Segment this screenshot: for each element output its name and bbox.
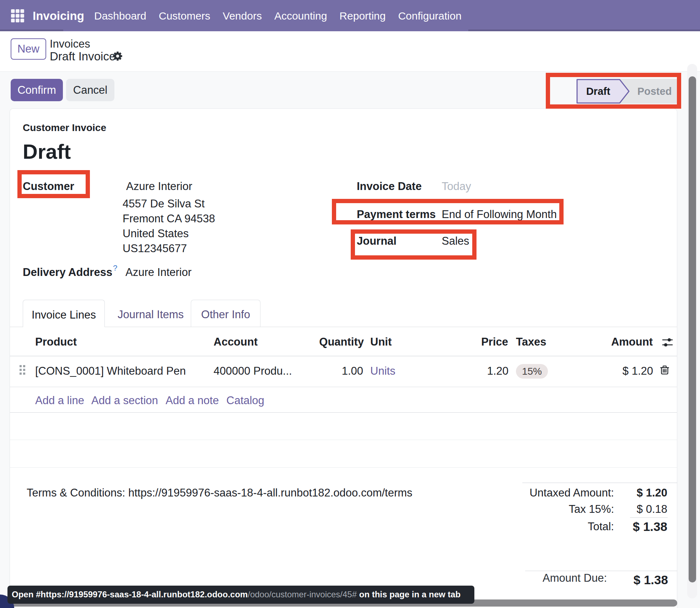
help-question-icon[interactable]: ?	[113, 264, 117, 272]
delivery-address-label: Delivery Address	[23, 267, 112, 278]
form-sheet	[10, 108, 677, 608]
table-addrow-border	[10, 412, 677, 413]
catalog-link[interactable]: Catalog	[226, 395, 264, 406]
amount-due-border	[525, 571, 677, 571]
cell-unit[interactable]: Units	[370, 365, 395, 376]
nav-item-vendors[interactable]: Vendors	[223, 11, 262, 21]
nav-item-customers[interactable]: Customers	[159, 11, 210, 21]
customer-address-line: Fremont CA 94538	[123, 213, 215, 224]
gear-icon[interactable]	[113, 51, 122, 61]
table-empty-border-2	[10, 467, 677, 468]
apps-grid-icon[interactable]	[11, 9, 24, 22]
col-product[interactable]: Product	[35, 336, 77, 347]
tax-badge[interactable]: 15%	[516, 364, 548, 379]
tab-invoice-lines[interactable]: Invoice Lines	[23, 300, 105, 327]
customer-address-line: US12345677	[123, 243, 187, 254]
col-account[interactable]: Account	[214, 336, 258, 347]
confirm-button[interactable]: Confirm	[11, 79, 63, 101]
tooltip-url-lead: Open #https://91959976-saas-18-4-all.run…	[12, 590, 248, 599]
cell-quantity[interactable]: 1.00	[342, 365, 363, 376]
add-line-link[interactable]: Add a line	[35, 395, 84, 406]
vertical-scrollbar-thumb[interactable]	[689, 76, 696, 582]
amount-due-value: $ 1.38	[634, 574, 668, 586]
tab-journal-items[interactable]: Journal Items	[118, 309, 184, 320]
col-taxes[interactable]: Taxes	[516, 336, 546, 347]
col-price[interactable]: Price	[481, 336, 508, 347]
annotation-box-journal	[351, 229, 476, 260]
total-separator	[630, 517, 668, 518]
cell-amount[interactable]: $ 1.20	[623, 365, 653, 376]
customer-value[interactable]: Azure Interior	[126, 181, 192, 192]
cancel-button[interactable]: Cancel	[66, 79, 114, 101]
annotation-box-customer	[17, 170, 90, 198]
annotation-box-status	[546, 73, 681, 109]
nav-item-accounting[interactable]: Accounting	[274, 11, 327, 21]
add-note-link[interactable]: Add a note	[166, 395, 219, 406]
new-button[interactable]: New	[11, 38, 46, 60]
customer-address-line: 4557 De Silva St	[123, 198, 205, 209]
col-amount[interactable]: Amount	[611, 336, 653, 347]
nav-item-configuration[interactable]: Configuration	[398, 11, 461, 21]
tooltip-url-path: /odoo/customer-invoices/45#	[248, 590, 357, 599]
add-section-link[interactable]: Add a section	[91, 395, 158, 406]
breadcrumb-current: Draft Invoice	[50, 50, 115, 62]
nav-item-reporting[interactable]: Reporting	[339, 11, 386, 21]
untaxed-value: $ 1.20	[637, 487, 667, 498]
optional-columns-icon[interactable]	[662, 338, 673, 347]
document-state-title: Draft	[23, 141, 71, 162]
amount-due-label: Amount Due:	[543, 572, 607, 583]
annotation-box-payment-terms	[332, 199, 564, 224]
untaxed-label: Untaxed Amount:	[529, 487, 614, 498]
cell-price[interactable]: 1.20	[487, 365, 508, 376]
tax-value: $ 0.18	[637, 504, 667, 515]
invoice-date-placeholder[interactable]: Today	[442, 181, 471, 192]
total-value: $ 1.38	[633, 520, 667, 533]
customer-address-line: United States	[123, 228, 189, 239]
tax-label: Tax 15%:	[569, 504, 614, 515]
delivery-address-value[interactable]: Azure Interior	[125, 267, 192, 278]
app-name[interactable]: Invoicing	[33, 10, 84, 22]
table-empty-border-1	[10, 440, 677, 440]
trash-icon[interactable]	[660, 365, 669, 375]
breadcrumb-parent[interactable]: Invoices	[50, 38, 90, 49]
document-type-label: Customer Invoice	[23, 123, 106, 133]
table-header-border	[10, 356, 677, 356]
drag-handle[interactable]	[20, 365, 26, 375]
cell-product[interactable]: [CONS_0001] Whiteboard Pen	[35, 365, 186, 376]
nav-menu: Dashboard Customers Vendors Accounting R…	[94, 11, 462, 21]
cell-account[interactable]: 400000 Produ...	[214, 365, 292, 376]
tab-other-info[interactable]: Other Info	[191, 300, 260, 327]
breadcrumb-bar: New Invoices Draft Invoice	[0, 31, 700, 72]
top-navbar: Invoicing Dashboard Customers Vendors Ac…	[0, 0, 700, 31]
invoice-date-label: Invoice Date	[357, 181, 422, 192]
col-quantity[interactable]: Quantity	[319, 336, 364, 347]
total-label: Total:	[588, 521, 614, 532]
tooltip-tail: on this page in a new tab	[357, 590, 461, 599]
terms-text[interactable]: Terms & Conditions: https://91959976-saa…	[27, 487, 413, 498]
status-tooltip-text: Open #https://91959976-saas-18-4-all.run…	[12, 590, 461, 599]
table-row-border	[10, 387, 677, 387]
totals-top-border	[522, 483, 677, 483]
tabs-bottom-border	[10, 327, 677, 327]
nav-item-dashboard[interactable]: Dashboard	[94, 11, 146, 21]
col-unit[interactable]: Unit	[370, 336, 392, 347]
